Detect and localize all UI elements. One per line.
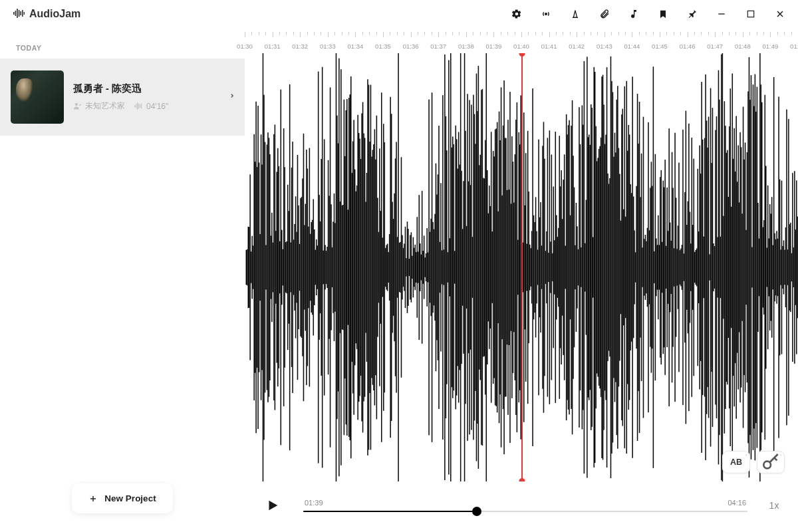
svg-rect-179 (401, 157, 402, 377)
key-button[interactable] (757, 451, 785, 473)
svg-rect-413 (632, 76, 633, 458)
svg-rect-208 (430, 232, 431, 303)
metronome-icon[interactable] (569, 8, 581, 20)
svg-rect-167 (389, 234, 390, 301)
svg-rect-579 (796, 180, 797, 354)
svg-rect-303 (523, 112, 525, 422)
waveform-display[interactable]: AB (245, 53, 798, 481)
svg-rect-547 (765, 95, 766, 440)
settings-icon[interactable] (511, 8, 523, 20)
svg-rect-398 (617, 86, 618, 449)
svg-rect-325 (545, 251, 547, 284)
svg-rect-349 (569, 120, 570, 414)
svg-rect-377 (597, 161, 598, 373)
svg-rect-393 (612, 92, 614, 442)
svg-rect-128 (350, 76, 352, 458)
progress-thumb[interactable] (472, 507, 481, 516)
svg-rect-329 (549, 130, 551, 404)
svg-rect-172 (394, 194, 395, 342)
svg-rect-275 (495, 128, 497, 406)
close-icon[interactable] (774, 8, 786, 20)
svg-rect-163 (385, 248, 386, 287)
svg-rect-225 (446, 150, 448, 384)
svg-rect-77 (300, 198, 301, 336)
svg-rect-0 (13, 12, 15, 15)
new-project-button[interactable]: New Project (72, 483, 172, 513)
svg-rect-203 (424, 257, 426, 277)
playback-speed[interactable]: 1x (766, 500, 782, 511)
svg-rect-519 (737, 182, 738, 353)
playhead[interactable] (521, 53, 523, 481)
bookmark-icon[interactable] (657, 8, 669, 20)
ab-loop-button[interactable]: AB (722, 451, 750, 473)
svg-rect-170 (392, 202, 393, 333)
svg-rect-198 (420, 243, 421, 291)
svg-rect-129 (352, 173, 353, 362)
svg-rect-264 (485, 140, 486, 395)
svg-rect-220 (442, 250, 443, 284)
track-card[interactable]: 孤勇者 - 陈奕迅 未知艺术家 04'16" (0, 59, 245, 136)
svg-rect-136 (358, 133, 360, 402)
svg-rect-345 (565, 246, 566, 289)
svg-rect-373 (593, 237, 594, 298)
svg-rect-446 (664, 160, 666, 375)
svg-rect-521 (739, 203, 740, 332)
svg-rect-552 (769, 204, 771, 331)
svg-rect-351 (571, 126, 572, 409)
svg-rect-35 (259, 162, 260, 372)
svg-rect-182 (404, 243, 405, 291)
svg-rect-174 (396, 142, 397, 392)
svg-rect-251 (472, 237, 473, 298)
svg-rect-125 (348, 209, 349, 325)
svg-rect-565 (782, 246, 783, 289)
music-note-icon[interactable] (628, 8, 640, 20)
ruler-tick-label: 01:35 (375, 43, 391, 50)
svg-rect-313 (533, 215, 535, 320)
svg-rect-465 (684, 253, 685, 281)
svg-rect-256 (477, 111, 478, 424)
svg-rect-39 (263, 53, 264, 481)
svg-rect-326 (546, 231, 547, 303)
minimize-icon[interactable] (716, 8, 728, 20)
attachment-icon[interactable] (598, 8, 610, 20)
svg-rect-559 (776, 231, 777, 303)
svg-rect-202 (424, 235, 425, 299)
svg-rect-336 (556, 215, 557, 320)
svg-rect-409 (628, 125, 630, 410)
svg-rect-246 (467, 94, 468, 441)
svg-rect-420 (639, 102, 640, 433)
svg-rect-52 (275, 231, 277, 303)
svg-rect-520 (737, 146, 739, 390)
svg-rect-503 (721, 55, 722, 480)
svg-rect-390 (609, 178, 610, 356)
svg-rect-147 (369, 142, 370, 393)
svg-rect-362 (582, 105, 583, 429)
svg-rect-443 (662, 242, 663, 293)
svg-rect-261 (482, 89, 483, 446)
play-button[interactable] (261, 493, 285, 517)
svg-rect-372 (592, 108, 593, 427)
svg-rect-414 (633, 196, 634, 338)
broadcast-icon[interactable] (540, 8, 552, 20)
maximize-icon[interactable] (745, 8, 757, 20)
svg-rect-119 (342, 205, 343, 330)
svg-rect-31 (255, 162, 256, 373)
progress-slider[interactable] (303, 511, 747, 512)
svg-rect-113 (336, 53, 337, 481)
timeline-ruler[interactable]: 01:3001:3101:3201:3301:3401:3501:3601:37… (245, 28, 798, 53)
svg-rect-24 (248, 227, 249, 308)
svg-rect-287 (507, 120, 509, 415)
svg-rect-492 (710, 88, 712, 447)
svg-rect-549 (767, 248, 768, 287)
svg-rect-224 (446, 116, 447, 418)
svg-rect-502 (720, 237, 722, 298)
svg-rect-93 (316, 239, 317, 295)
svg-rect-299 (519, 144, 521, 390)
svg-rect-67 (290, 243, 291, 293)
svg-rect-66 (289, 84, 291, 450)
svg-rect-576 (793, 247, 795, 287)
svg-rect-122 (344, 156, 346, 378)
pin-icon[interactable] (686, 8, 698, 20)
svg-rect-518 (735, 116, 737, 418)
svg-rect-562 (779, 180, 781, 356)
